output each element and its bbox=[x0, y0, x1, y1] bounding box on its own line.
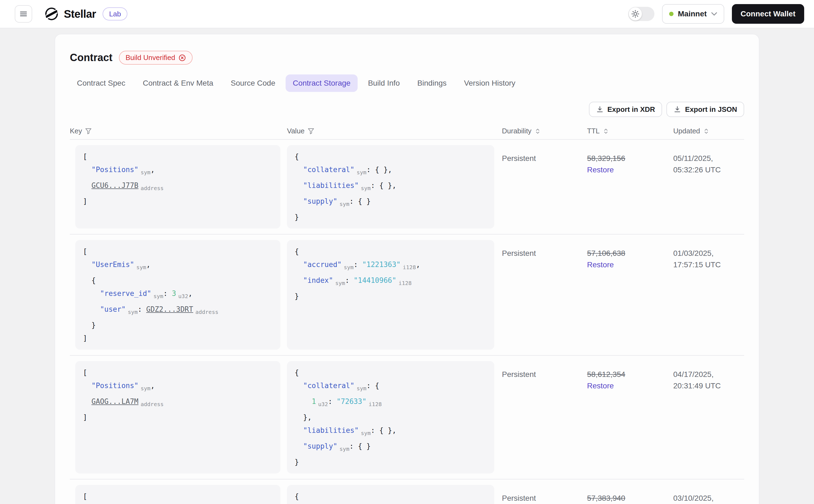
tab-contract-env-meta[interactable]: Contract & Env Meta bbox=[136, 74, 220, 92]
code-token: "collateral" bbox=[303, 166, 354, 174]
code-token: : bbox=[138, 305, 146, 313]
code-line: "user"sym: GDZ2...3DRTaddress bbox=[83, 303, 273, 319]
updated-cell: 05/11/2025,05:32:26 UTC bbox=[673, 145, 744, 229]
durability-value: Persistent bbox=[502, 370, 536, 379]
export-button-export-in-json[interactable]: Export in JSON bbox=[666, 102, 744, 117]
connect-wallet-button[interactable]: Connect Wallet bbox=[732, 4, 804, 24]
code-line: } bbox=[295, 455, 487, 469]
key-code-block: [ "UserEmis"sym, { "reserve_id"sym: 3u32… bbox=[75, 485, 280, 504]
storage-table-body: [ "Positions"sym, GCU6...J77Baddress]{ "… bbox=[70, 140, 744, 504]
network-label: Mainnet bbox=[678, 10, 707, 18]
code-line: { bbox=[295, 366, 487, 379]
export-button-export-in-xdr[interactable]: Export in XDR bbox=[589, 102, 662, 117]
restore-link[interactable]: Restore bbox=[587, 259, 614, 271]
code-line: }, bbox=[295, 411, 487, 424]
contract-card: Contract Build Unverified Contract SpecC… bbox=[55, 34, 759, 504]
address-link[interactable]: GAOG...LA7M bbox=[91, 397, 138, 406]
ttl-value: 57,106,638 bbox=[587, 248, 673, 259]
code-line: GAOG...LA7Maddress bbox=[83, 395, 273, 411]
theme-toggle[interactable] bbox=[628, 7, 654, 21]
tab-source-code[interactable]: Source Code bbox=[224, 74, 282, 92]
tab-bindings[interactable]: Bindings bbox=[410, 74, 454, 92]
column-label: TTL bbox=[587, 127, 600, 135]
column-header-key[interactable]: Key bbox=[70, 127, 287, 135]
code-token: "Positions" bbox=[91, 382, 138, 390]
address-link[interactable]: GCU6...J77B bbox=[91, 181, 138, 190]
code-token: } bbox=[295, 292, 299, 300]
column-header-upd[interactable]: Updated bbox=[673, 127, 744, 135]
key-cell: [ "UserEmis"sym, { "reserve_id"sym: 3u32… bbox=[70, 485, 287, 504]
column-label: Value bbox=[287, 127, 305, 135]
code-line: { bbox=[295, 150, 487, 163]
code-token bbox=[295, 197, 303, 205]
network-selector[interactable]: Mainnet bbox=[662, 4, 724, 24]
ttl-cell: 57,106,638Restore bbox=[587, 240, 673, 350]
sort-icon[interactable] bbox=[703, 128, 710, 135]
code-token: [ bbox=[83, 247, 87, 256]
download-icon bbox=[674, 106, 681, 113]
code-token: { bbox=[295, 152, 299, 161]
code-line: "Positions"sym, bbox=[83, 163, 273, 179]
network-status-dot bbox=[669, 12, 674, 16]
code-token: i128 bbox=[403, 264, 416, 271]
filter-icon[interactable] bbox=[307, 128, 315, 135]
sun-icon bbox=[631, 10, 639, 18]
restore-link[interactable]: Restore bbox=[587, 164, 614, 176]
code-token: address bbox=[141, 185, 164, 191]
code-token: ] bbox=[83, 334, 87, 342]
tab-contract-spec[interactable]: Contract Spec bbox=[70, 74, 132, 92]
code-line: "collateral"sym: { }, bbox=[295, 163, 487, 179]
code-line: "accrued"sym: "1221363"i128, bbox=[295, 258, 487, 274]
tab-version-history[interactable]: Version History bbox=[457, 74, 522, 92]
code-token: } bbox=[83, 321, 96, 329]
code-token: sym bbox=[340, 446, 349, 452]
app-viewport: Stellar Lab Mainnet Connect Wallet bbox=[0, 0, 814, 504]
main-area: Contract Build Unverified Contract SpecC… bbox=[0, 28, 814, 504]
code-token: "index" bbox=[303, 276, 333, 284]
code-token: , bbox=[146, 260, 151, 269]
export-button-label: Export in JSON bbox=[685, 105, 737, 114]
code-token bbox=[295, 276, 303, 284]
code-token: 3 bbox=[172, 289, 176, 298]
table-row: [ "UserEmis"sym, { "reserve_id"sym: 3u32… bbox=[70, 235, 744, 356]
filter-icon[interactable] bbox=[85, 128, 92, 135]
restore-link[interactable]: Restore bbox=[587, 380, 614, 392]
code-token bbox=[295, 181, 303, 190]
code-line: { bbox=[295, 490, 487, 503]
updated-line: 01/03/2025, bbox=[673, 248, 744, 259]
code-token bbox=[83, 305, 100, 313]
code-line: "collateral"sym: { bbox=[295, 379, 487, 395]
code-token bbox=[295, 166, 303, 174]
ttl-value: 58,329,156 bbox=[587, 153, 673, 164]
code-line: "accrued"sym: "51694677"i128, bbox=[295, 503, 487, 504]
code-token: { bbox=[295, 492, 299, 500]
code-token: [ bbox=[83, 368, 87, 377]
key-code-block: [ "Positions"sym, GAOG...LA7Maddress] bbox=[75, 361, 280, 473]
key-code-block: [ "Positions"sym, GCU6...J77Baddress] bbox=[75, 145, 280, 229]
code-line: ] bbox=[83, 195, 273, 208]
table-row: [ "UserEmis"sym, { "reserve_id"sym: 3u32… bbox=[70, 479, 744, 504]
durability-cell: Persistent bbox=[502, 240, 587, 350]
code-token: "user" bbox=[100, 305, 126, 313]
address-link[interactable]: GDZ2...3DRT bbox=[146, 305, 193, 313]
column-header-ttl[interactable]: TTL bbox=[587, 127, 673, 135]
code-token: sym bbox=[153, 293, 163, 299]
code-token: i128 bbox=[369, 401, 382, 407]
page-title: Contract bbox=[70, 52, 112, 64]
sort-icon[interactable] bbox=[534, 128, 541, 135]
code-token: "14410966" bbox=[354, 276, 396, 284]
column-header-value[interactable]: Value bbox=[287, 127, 502, 135]
storage-table-header: KeyValueDurabilityTTLUpdated bbox=[70, 127, 744, 140]
brand-logo[interactable]: Stellar bbox=[44, 7, 96, 21]
sort-icon[interactable] bbox=[602, 128, 609, 135]
column-header-dur[interactable]: Durability bbox=[502, 127, 587, 135]
tab-build-info[interactable]: Build Info bbox=[361, 74, 407, 92]
tab-contract-storage[interactable]: Contract Storage bbox=[286, 74, 358, 92]
value-code-block: { "collateral"sym: { 1u32: "72633"i128 }… bbox=[287, 361, 494, 473]
code-token bbox=[83, 166, 91, 174]
column-label: Updated bbox=[673, 127, 700, 135]
code-token: { bbox=[295, 368, 299, 377]
code-token: sym bbox=[141, 169, 151, 176]
menu-button[interactable] bbox=[15, 5, 32, 23]
code-line: "liabilities"sym: { }, bbox=[295, 179, 487, 195]
